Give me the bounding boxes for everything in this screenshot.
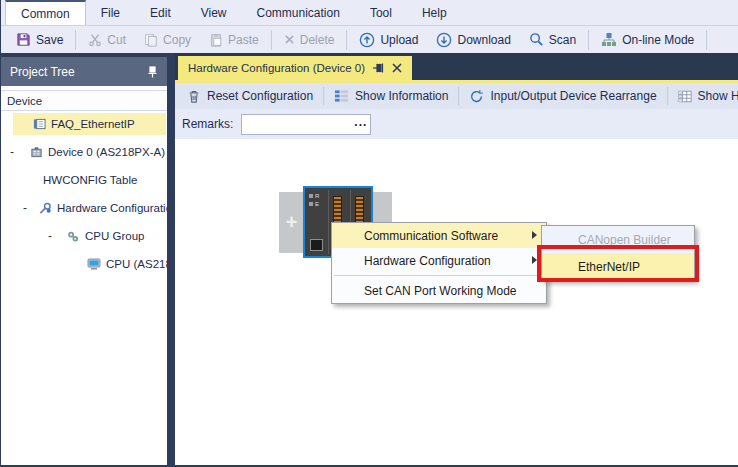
config-toolbar: Reset Configuration Show Information Inp… [175, 83, 738, 109]
menu-tab-tool[interactable]: Tool [355, 0, 407, 25]
io-rearrange-button[interactable]: Input/Output Device Rearrange [461, 87, 664, 106]
online-mode-icon [601, 32, 617, 47]
menu-tab-common[interactable]: Common [5, 0, 86, 25]
project-icon [33, 118, 46, 130]
remarks-bar: Remarks: ... [175, 109, 738, 139]
download-label: Download [457, 33, 510, 47]
online-mode-label: On-line Mode [622, 33, 694, 47]
circular-arrows-icon [469, 89, 484, 104]
toolbar-separator [706, 30, 707, 50]
project-tree: FAQ_EthernetIP - Device 0 (AS218PX-A) HW… [1, 111, 167, 451]
tree-item-label: Hardware Configuration [57, 202, 167, 214]
tree-item-project[interactable]: FAQ_EthernetIP [13, 113, 166, 135]
paste-icon [209, 33, 223, 47]
tree-item-label: CPU Group [85, 230, 144, 242]
remarks-field: ... [241, 114, 371, 135]
scan-icon [529, 32, 544, 47]
communication-software-submenu: CANopen Builder EtherNet/IP [541, 225, 695, 281]
collapse-toggle[interactable]: - [7, 145, 17, 159]
delete-icon [284, 34, 295, 45]
upload-icon [359, 32, 375, 48]
toolbar-separator [75, 30, 76, 50]
tree-item-label: FAQ_EthernetIP [51, 118, 135, 130]
menu-item-label: Set CAN Port Working Mode [364, 284, 517, 298]
menu-tab-communication[interactable]: Communication [242, 0, 355, 25]
upload-label: Upload [380, 33, 418, 47]
menu-tab-edit[interactable]: Edit [135, 0, 186, 25]
submenu-arrow-icon [532, 231, 537, 239]
save-icon [16, 32, 31, 47]
submenu-item-label: EtherNet/IP [578, 260, 640, 274]
tree-item-cpu-group[interactable]: - CPU Group [1, 225, 167, 247]
cut-label: Cut [107, 33, 126, 47]
scan-label: Scan [549, 33, 576, 47]
device-icon [30, 146, 43, 158]
remarks-input[interactable] [242, 115, 346, 134]
cut-button[interactable]: Cut [79, 30, 135, 50]
show-hwconfig-button[interactable]: Show HWCONFIG [670, 87, 738, 105]
cpu-monitor-icon [87, 258, 101, 270]
tree-item-device0[interactable]: - Device 0 (AS218PX-A) [1, 141, 167, 163]
collapse-toggle[interactable]: - [23, 201, 27, 215]
close-icon[interactable] [392, 63, 402, 73]
save-button[interactable]: Save [7, 29, 72, 50]
document-tab-title: Hardware Configuration (Device 0) [188, 62, 365, 74]
show-information-label: Show Information [355, 89, 448, 103]
menu-separator [334, 275, 544, 276]
module-divider [328, 190, 329, 254]
hwconfig-window: Common File Edit View Communication Tool… [0, 0, 738, 467]
document-tab-hardware-configuration[interactable]: Hardware Configuration (Device 0) [178, 56, 412, 80]
add-slot-label: + [286, 211, 298, 234]
show-information-button[interactable]: Show Information [326, 87, 456, 105]
delete-button[interactable]: Delete [275, 30, 344, 50]
reset-configuration-button[interactable]: Reset Configuration [179, 87, 321, 106]
upload-button[interactable]: Upload [350, 29, 427, 51]
list-icon [334, 89, 349, 103]
empty-slot-left[interactable]: + [279, 192, 304, 253]
hardware-canvas: + R E Communication Software Hardware [175, 139, 738, 465]
submenu-arrow-icon [532, 256, 537, 264]
reset-configuration-label: Reset Configuration [207, 89, 313, 103]
pin-icon[interactable] [147, 66, 158, 78]
menu-item-label: Communication Software [364, 229, 498, 243]
menu-tab-file[interactable]: File [86, 0, 135, 25]
tree-section-label: Device [7, 95, 42, 107]
submenu-item-canopen-builder[interactable]: CANopen Builder [542, 226, 694, 253]
collapse-toggle[interactable]: - [45, 229, 55, 243]
download-icon [436, 32, 452, 48]
toolbar-separator [323, 87, 324, 105]
save-label: Save [36, 33, 63, 47]
tree-item-hwconfig-table[interactable]: HWCONFIG Table [1, 169, 167, 191]
tree-item-hardware-configuration[interactable]: - Hardware Configuration [1, 197, 167, 219]
show-hwconfig-label: Show HWCONFIG [698, 89, 738, 103]
copy-label: Copy [163, 33, 191, 47]
document-tab-bar: Hardware Configuration (Device 0) [175, 53, 738, 80]
error-led: E [309, 201, 319, 207]
download-button[interactable]: Download [427, 29, 519, 51]
menu-item-hardware-configuration[interactable]: Hardware Configuration [332, 248, 546, 273]
submenu-item-ethernet-ip[interactable]: EtherNet/IP [542, 253, 694, 280]
menu-item-set-can-port-working-mode[interactable]: Set CAN Port Working Mode [332, 278, 546, 303]
scan-button[interactable]: Scan [520, 29, 585, 50]
menu-tab-help[interactable]: Help [407, 0, 462, 25]
copy-button[interactable]: Copy [135, 30, 200, 50]
menu-item-communication-software[interactable]: Communication Software [332, 223, 546, 248]
wrench-icon [38, 202, 52, 215]
online-mode-button[interactable]: On-line Mode [592, 29, 703, 50]
quick-toolbar: Save Cut Copy Paste Delete Upload Downlo… [1, 26, 738, 53]
tab-pin-icon[interactable] [372, 62, 385, 74]
project-tree-panel: Project Tree Device FAQ_EthernetIP - Dev… [1, 53, 167, 465]
toolbar-separator [271, 30, 272, 50]
toolbar-separator [346, 30, 347, 50]
tree-item-cpu[interactable]: CPU (AS218PX-A) [1, 253, 167, 275]
paste-button[interactable]: Paste [200, 30, 268, 50]
tree-item-label: CPU (AS218PX-A) [106, 258, 167, 270]
tree-item-label: HWCONFIG Table [43, 174, 137, 186]
remarks-browse-button[interactable]: ... [354, 115, 367, 134]
menu-tab-view[interactable]: View [186, 0, 242, 25]
panel-splitter[interactable] [167, 53, 175, 465]
tree-section-device[interactable]: Device [1, 90, 167, 111]
main-area: Hardware Configuration (Device 0) Reset … [175, 53, 738, 465]
context-menu: Communication Software Hardware Configur… [331, 222, 547, 304]
copy-icon [144, 33, 158, 47]
